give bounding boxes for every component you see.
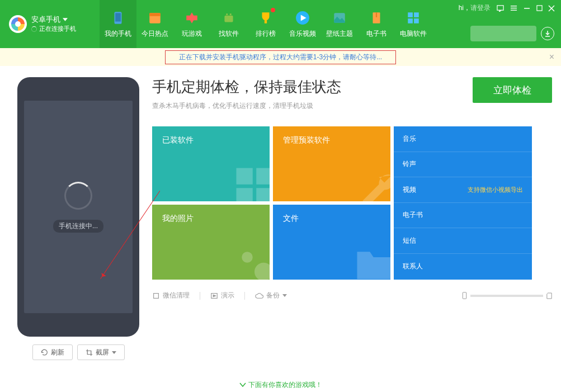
svg-rect-14	[414, 18, 419, 23]
phone-preview-column: 手机连接中... 刷新 截屏	[16, 77, 141, 377]
search-box	[470, 26, 536, 41]
tile-files[interactable]: 文件	[273, 205, 390, 280]
screenshot-button[interactable]: 截屏	[77, 344, 125, 360]
side-item-music[interactable]: 音乐	[394, 126, 532, 152]
play-outline-icon	[210, 292, 218, 300]
gamepad-icon	[184, 10, 200, 26]
top-bar: 安卓手机 正在连接手机 我的手机 今日热点 玩游戏 找软件	[0, 0, 561, 48]
svg-point-5	[226, 13, 228, 15]
wrench-icon	[353, 164, 390, 201]
svg-rect-15	[497, 6, 503, 10]
tab-my-phone[interactable]: 我的手机	[100, 0, 136, 48]
svg-rect-4	[224, 15, 233, 22]
feedback-icon[interactable]	[496, 4, 504, 12]
side-item-video[interactable]: 视频支持微信小视频导出	[394, 177, 532, 203]
phone-screen: 手机连接中...	[24, 101, 133, 313]
svg-rect-35	[463, 292, 466, 299]
svg-rect-29	[237, 188, 253, 201]
loading-spinner-icon	[64, 182, 92, 210]
tile-my-photos[interactable]: 我的照片	[152, 205, 270, 280]
page-headline: 手机定期体检，保持最佳状态	[152, 77, 341, 97]
side-item-ringtone[interactable]: 铃声	[394, 152, 532, 178]
tile-installed-apps[interactable]: 已装软件	[152, 126, 270, 201]
tab-pc-software[interactable]: 电脑软件	[395, 0, 432, 48]
tab-music-video[interactable]: 音乐视频	[284, 0, 321, 48]
svg-point-32	[254, 263, 270, 280]
side-item-sms[interactable]: 短信	[394, 228, 532, 254]
storage-bar-track	[470, 295, 543, 297]
tiles-grid: 已装软件 管理预装软件 我的照片 文件	[152, 126, 552, 280]
download-icon	[544, 30, 551, 37]
tab-rankings[interactable]: 排行榜	[247, 0, 284, 48]
brand-title[interactable]: 安卓手机	[31, 15, 76, 25]
top-right-controls: hi，请登录	[459, 3, 555, 13]
divider	[244, 292, 245, 300]
svg-rect-11	[408, 12, 413, 17]
loading-text: 手机连接中...	[53, 220, 103, 233]
demo-link[interactable]: 演示	[210, 291, 234, 300]
svg-rect-20	[536, 6, 541, 11]
svg-rect-27	[237, 168, 253, 185]
photo-icon	[233, 243, 270, 280]
tab-wallpaper[interactable]: 壁纸主题	[321, 0, 358, 48]
footer-promo[interactable]: 下面有你喜欢的游戏哦！	[0, 377, 561, 392]
app-logo-icon	[9, 15, 27, 33]
minimize-button[interactable]	[523, 4, 531, 12]
tile-manage-preinstalled[interactable]: 管理预装软件	[273, 126, 390, 201]
crop-icon	[86, 349, 93, 356]
book-icon	[369, 10, 384, 26]
side-item-ebook[interactable]: 电子书	[394, 203, 532, 229]
tab-games[interactable]: 玩游戏	[173, 0, 210, 48]
broom-icon	[152, 292, 160, 300]
folder-icon	[353, 243, 390, 280]
svg-rect-33	[154, 293, 159, 298]
sd-card-icon	[546, 292, 552, 299]
page-subtitle: 查杀木马手机病毒，优化手机运行速度，清理手机垃圾	[152, 101, 341, 111]
notification-dot-icon	[271, 8, 275, 12]
backup-link[interactable]: 备份	[255, 291, 287, 300]
greeting-text: hi，请登录	[459, 3, 491, 13]
divider	[200, 292, 200, 300]
wechat-clean-link[interactable]: 微信清理	[152, 291, 190, 300]
chevron-down-icon	[239, 382, 246, 387]
login-link[interactable]: 请登录	[470, 4, 491, 12]
tab-ebook[interactable]: 电子书	[358, 0, 395, 48]
notice-close-button[interactable]: ×	[549, 52, 554, 62]
tab-software[interactable]: 找软件	[210, 0, 247, 48]
phone-frame: 手机连接中...	[17, 77, 139, 337]
brand-title-text: 安卓手机	[31, 15, 60, 25]
picture-icon	[332, 10, 347, 26]
refresh-button[interactable]: 刷新	[32, 344, 73, 360]
scan-now-button[interactable]: 立即体检	[473, 77, 552, 103]
grid-icon	[406, 10, 421, 26]
dashboard-column: 手机定期体检，保持最佳状态 查杀木马手机病毒，优化手机运行速度，清理手机垃圾 立…	[152, 77, 552, 377]
notice-bar: 正在下载并安装手机驱动程序，过程大约需要1-3分钟，请耐心等待... ×	[0, 48, 561, 66]
phone-icon	[110, 10, 126, 26]
cloud-icon	[255, 292, 263, 299]
video-hint: 支持微信小视频导出	[468, 186, 523, 194]
svg-rect-10	[376, 12, 377, 17]
tab-hot-today[interactable]: 今日热点	[136, 0, 173, 48]
download-manager-button[interactable]	[541, 27, 554, 40]
chevron-down-icon	[63, 18, 68, 21]
chevron-down-icon	[112, 351, 116, 354]
connection-status: 正在连接手机	[31, 25, 76, 33]
notice-text: 正在下载并安装手机驱动程序，过程大约需要1-3分钟，请耐心等待...	[165, 50, 396, 64]
svg-rect-13	[408, 18, 413, 23]
storage-indicator	[462, 292, 552, 299]
menu-icon[interactable]	[510, 4, 517, 12]
svg-rect-30	[256, 188, 270, 201]
android-icon	[221, 10, 237, 26]
bottom-action-bar: 微信清理 演示 备份	[152, 291, 552, 300]
side-item-contacts[interactable]: 联系人	[394, 254, 532, 280]
chevron-down-icon	[282, 294, 287, 297]
maximize-button[interactable]	[535, 4, 543, 12]
brand-area: 安卓手机 正在连接手机	[0, 0, 100, 48]
side-category-list: 音乐 铃声 视频支持微信小视频导出 电子书 短信 联系人	[394, 126, 532, 280]
svg-point-31	[242, 252, 253, 263]
spinner-icon	[31, 26, 37, 32]
close-button[interactable]	[548, 4, 555, 12]
main-content: 手机连接中... 刷新 截屏 手机定期体检，保持最佳状态 查杀木马手机病毒，优化…	[0, 66, 561, 377]
calendar-icon	[147, 10, 163, 26]
svg-rect-1	[115, 13, 121, 21]
